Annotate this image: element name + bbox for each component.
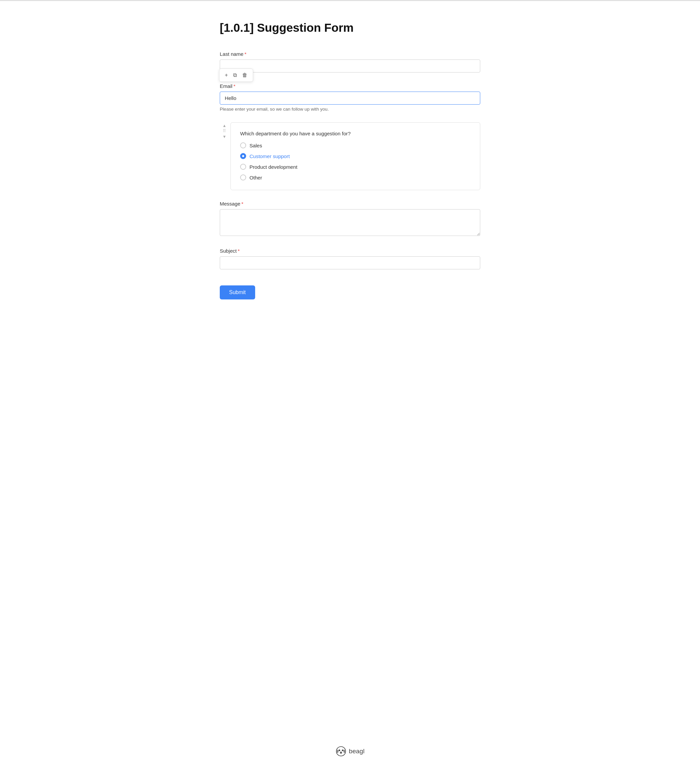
submit-button[interactable]: Submit	[220, 285, 255, 299]
radio-customer-support[interactable]	[240, 153, 246, 159]
side-controls[interactable]: ▲ ⠿ ▼	[220, 121, 229, 141]
chevron-up-icon[interactable]: ▲	[223, 124, 226, 128]
department-question-block: Which department do you have a suggestio…	[231, 122, 480, 190]
chevron-down-icon[interactable]: ▼	[223, 135, 226, 139]
radio-option-product-development[interactable]: Product development	[240, 164, 471, 170]
subject-field-group: Subject*	[220, 248, 480, 269]
form-title: [1.0.1] Suggestion Form	[220, 21, 480, 34]
last-name-input[interactable]	[220, 60, 480, 73]
page-wrapper: [1.0.1] Suggestion Form Last name* Email…	[0, 1, 700, 736]
department-row: ▲ ⠿ ▼ Which department do you have a sug…	[220, 122, 480, 190]
svg-point-2	[342, 750, 344, 751]
subject-required-star: *	[238, 248, 240, 254]
radio-other[interactable]	[240, 175, 246, 180]
drag-handle-icon[interactable]: ⠿	[223, 129, 226, 133]
department-question-text: Which department do you have a suggestio…	[240, 131, 471, 136]
subject-label: Subject*	[220, 248, 480, 254]
beagl-brand-text: beagl	[349, 747, 365, 755]
subject-input[interactable]	[220, 256, 480, 269]
radio-option-sales[interactable]: Sales	[240, 142, 471, 148]
radio-product-development[interactable]	[240, 164, 246, 170]
radio-label-customer-support: Customer support	[250, 154, 290, 159]
beagl-logo: beagl	[335, 746, 365, 757]
message-required-star: *	[242, 201, 244, 207]
form-container: [1.0.1] Suggestion Form Last name* Email…	[220, 21, 480, 299]
radio-option-customer-support[interactable]: Customer support	[240, 153, 471, 159]
footer: beagl	[0, 736, 700, 770]
radio-sales[interactable]	[240, 142, 246, 148]
svg-point-7	[342, 750, 342, 750]
svg-point-3	[340, 752, 342, 753]
radio-label-sales: Sales	[250, 143, 262, 148]
message-label: Message*	[220, 201, 480, 207]
toolbar-add-button[interactable]: +	[223, 71, 230, 79]
email-label: Email*	[220, 83, 480, 89]
last-name-label: Last name*	[220, 51, 480, 57]
email-field-group: Email* + ⧉ 🗑 Please enter your email, so…	[220, 83, 480, 112]
last-name-field: Last name*	[220, 51, 480, 73]
email-helper-text: Please enter your email, so we can follo…	[220, 107, 480, 112]
svg-point-1	[338, 750, 340, 751]
beagl-icon	[335, 746, 346, 757]
toolbar-delete-button[interactable]: 🗑	[240, 71, 250, 79]
floating-toolbar: + ⧉ 🗑	[219, 68, 253, 82]
message-field-group: Message*	[220, 201, 480, 237]
radio-label-other: Other	[250, 175, 262, 180]
radio-option-other[interactable]: Other	[240, 175, 471, 180]
required-star: *	[244, 51, 247, 57]
svg-point-6	[339, 750, 339, 750]
email-required-star: *	[234, 83, 235, 89]
message-textarea[interactable]	[220, 209, 480, 236]
email-input[interactable]	[220, 92, 480, 105]
toolbar-copy-button[interactable]: ⧉	[231, 71, 239, 79]
radio-label-product-development: Product development	[250, 164, 298, 170]
